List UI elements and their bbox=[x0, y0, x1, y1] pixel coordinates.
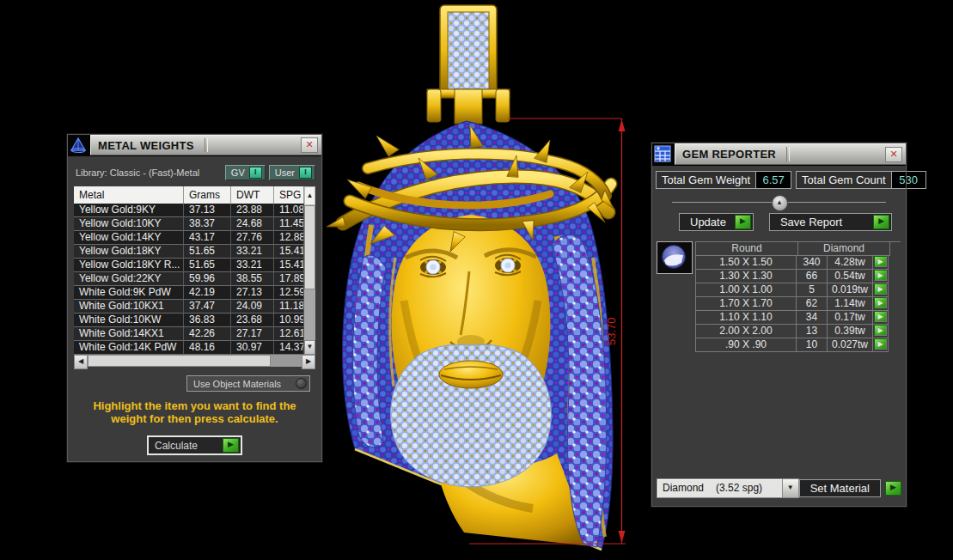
gem-row[interactable]: .90 X .90100.027tw▶ bbox=[695, 338, 901, 352]
play-icon[interactable]: ▶ bbox=[874, 338, 887, 350]
user-toggle-indicator-icon[interactable]: I bbox=[299, 167, 312, 179]
table-row[interactable]: White Gold:9K PdW42.1927.1312.59 bbox=[74, 286, 304, 300]
gem-row[interactable]: 1.50 X 1.503404.28tw▶ bbox=[695, 256, 901, 270]
slider-knob-icon[interactable]: ▲ bbox=[772, 195, 788, 211]
update-button[interactable]: Update ▶ bbox=[679, 213, 754, 231]
material-dropdown[interactable]: Diamond(3.52 spg) ▼ bbox=[657, 478, 799, 498]
gem-reporter-title: GEM REPORTER bbox=[675, 148, 776, 161]
play-icon[interactable]: ▶ bbox=[874, 325, 887, 336]
gv-toggle-indicator-icon[interactable]: I bbox=[249, 167, 262, 179]
shape-header: Round bbox=[695, 242, 798, 256]
gem-row[interactable]: 1.70 X 1.70621.14tw▶ bbox=[695, 297, 901, 311]
gem-shape-thumbnail[interactable] bbox=[657, 241, 693, 274]
gem-reporter-titlebar[interactable]: GEM REPORTER ✕ bbox=[651, 143, 907, 166]
material-header: Diamond bbox=[798, 242, 890, 256]
instruction-text: Highlight the item you want to find the … bbox=[79, 399, 310, 425]
table-row[interactable]: Yellow Gold:9KY37.1323.8811.08 bbox=[74, 204, 304, 217]
save-report-button[interactable]: Save Report ▶ bbox=[769, 213, 892, 231]
close-icon[interactable]: ✕ bbox=[301, 137, 318, 153]
play-icon[interactable]: ▶ bbox=[874, 283, 887, 295]
play-icon[interactable]: ▶ bbox=[885, 481, 901, 496]
scroll-up-icon[interactable]: ▲ bbox=[304, 186, 315, 205]
user-toggle-button[interactable]: User I bbox=[269, 165, 315, 180]
scroll-right-icon[interactable]: ▶ bbox=[302, 355, 315, 369]
report-slider[interactable]: ▲ bbox=[672, 195, 886, 210]
table-row[interactable]: Yellow Gold:14KY43.1727.7612.88 bbox=[74, 231, 304, 245]
table-row[interactable]: White Gold:10KX137.4724.0911.18 bbox=[74, 300, 304, 313]
pendant-bail bbox=[427, 5, 510, 124]
table-row[interactable]: White Gold:14KX142.2627.1712.61 bbox=[74, 327, 304, 341]
gem-row[interactable]: 2.00 X 2.00130.39tw▶ bbox=[695, 325, 901, 338]
col-metal[interactable]: Metal bbox=[74, 186, 184, 204]
metal-table-header[interactable]: Metal Grams DWT SPG bbox=[74, 186, 304, 204]
metal-weights-panel: METAL WEIGHTS ✕ Library: Classic - (Fast… bbox=[66, 133, 323, 463]
total-gem-weight: Total Gem Weight 6.57 bbox=[656, 171, 791, 189]
eye-gem-right bbox=[499, 259, 516, 272]
gem-reporter-panel: GEM REPORTER ✕ Total Gem Weight 6.57 Tot… bbox=[651, 142, 907, 508]
scrollbar-thumb[interactable] bbox=[304, 205, 315, 289]
table-row[interactable]: Yellow Gold:22KY59.9638.5517.89 bbox=[74, 272, 304, 286]
set-material-button[interactable]: Set Material bbox=[799, 479, 881, 497]
material-spg: (3.52 spg) bbox=[716, 482, 762, 494]
gem-row[interactable]: 1.00 X 1.0050.019tw▶ bbox=[695, 283, 901, 297]
play-icon[interactable]: ▶ bbox=[735, 215, 751, 229]
table-row[interactable]: White Gold:14K PdW48.1630.9714.37 bbox=[74, 341, 304, 355]
gv-toggle-button[interactable]: GV I bbox=[225, 165, 266, 180]
horizontal-scrollbar[interactable]: ◀ ▶ bbox=[74, 355, 315, 367]
metal-weights-titlebar[interactable]: METAL WEIGHTS ✕ bbox=[67, 134, 322, 156]
titlebar-groove bbox=[205, 138, 208, 152]
material-name: Diamond bbox=[663, 482, 704, 494]
gem-row[interactable]: 1.10 X 1.10340.17tw▶ bbox=[695, 311, 901, 325]
chevron-down-icon[interactable]: ▼ bbox=[782, 479, 798, 497]
play-icon[interactable]: ▶ bbox=[874, 270, 887, 281]
metal-weights-icon bbox=[67, 134, 89, 156]
gem-table: Round Diamond 1.50 X 1.503404.28tw▶ 1.30… bbox=[695, 241, 901, 352]
eye-gem-left bbox=[425, 260, 442, 274]
gem-table-header: Round Diamond bbox=[695, 242, 901, 256]
col-dwt[interactable]: DWT bbox=[231, 186, 274, 204]
metal-weights-table: Metal Grams DWT SPG Yellow Gold:9KY37.13… bbox=[74, 186, 304, 355]
play-icon[interactable]: ▶ bbox=[873, 215, 889, 229]
play-icon[interactable]: ▶ bbox=[874, 256, 887, 267]
table-row[interactable]: White Gold:10KW36.8323.6810.99 bbox=[74, 313, 304, 327]
play-icon[interactable]: ▶ bbox=[874, 297, 887, 308]
play-icon[interactable]: ▶ bbox=[223, 438, 239, 453]
scroll-left-icon[interactable]: ◀ bbox=[74, 355, 88, 369]
metal-weights-title: METAL WEIGHTS bbox=[91, 139, 194, 152]
vertical-scrollbar[interactable]: ▲ ▼ bbox=[304, 186, 315, 355]
gem-row[interactable]: 1.30 X 1.30660.54tw▶ bbox=[695, 270, 901, 283]
use-object-materials-button[interactable]: Use Object Materials bbox=[186, 375, 310, 392]
total-gem-weight-value: 6.57 bbox=[755, 172, 791, 188]
total-gem-count-value: 530 bbox=[891, 172, 926, 188]
scrollbar-thumb[interactable] bbox=[88, 355, 271, 367]
gem-reporter-icon bbox=[651, 143, 674, 165]
table-row[interactable]: Yellow Gold:10KY38.3724.6811.45 bbox=[74, 217, 304, 231]
dimension-label: 53.70 bbox=[605, 317, 618, 345]
close-icon[interactable]: ✕ bbox=[885, 147, 902, 162]
scroll-down-icon[interactable]: ▼ bbox=[304, 340, 315, 355]
play-icon[interactable]: ▶ bbox=[874, 311, 887, 322]
total-gem-count: Total Gem Count 530 bbox=[796, 171, 926, 189]
col-grams[interactable]: Grams bbox=[184, 186, 231, 204]
titlebar-groove bbox=[786, 147, 790, 161]
table-row[interactable]: Yellow Gold:18KY51.6533.2115.41 bbox=[74, 245, 304, 259]
radio-dot-icon[interactable] bbox=[296, 378, 307, 389]
pendant-beard bbox=[391, 344, 552, 487]
calculate-button[interactable]: Calculate ▶ bbox=[147, 435, 242, 455]
col-spg[interactable]: SPG bbox=[274, 186, 304, 204]
table-row[interactable]: Yellow Gold:18KY R...51.6533.2115.41 bbox=[74, 259, 304, 272]
library-label: Library: Classic - (Fast)-Metal bbox=[76, 167, 199, 178]
